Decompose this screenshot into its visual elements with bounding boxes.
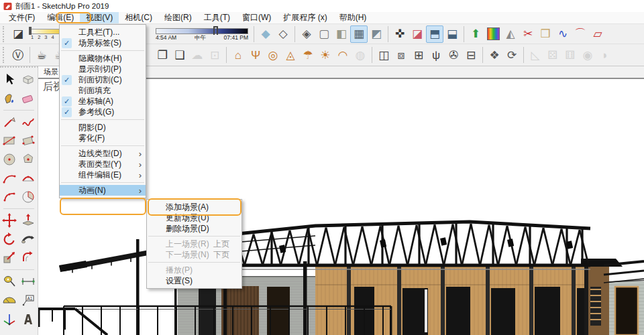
3d-text-tool[interactable] (20, 311, 37, 328)
box-export-icon[interactable]: ⧈ (392, 46, 410, 64)
rotated-rectangle-tool[interactable] (20, 133, 37, 149)
anim-menu-item-add-scene[interactable]: 添加场景(A) (147, 202, 241, 212)
view-menu-item-guides[interactable]: ✓参考线(G) (60, 107, 146, 117)
section-display-icon[interactable]: ◪ (409, 25, 426, 43)
easel-icon[interactable]: ◫ (375, 46, 392, 64)
palette-icon[interactable] (484, 25, 502, 43)
text-tool[interactable]: A1 (20, 292, 37, 309)
follow-me-tool[interactable] (20, 231, 37, 248)
teapot-solid-icon[interactable]: ☕ (33, 46, 50, 64)
anim-menu-item-update-scene[interactable]: 更新场景(U) (147, 212, 241, 223)
rotate-tool[interactable] (1, 231, 18, 248)
light-ring-icon[interactable]: ◎ (264, 46, 282, 64)
tape-measure-tool[interactable] (1, 273, 18, 290)
cut-icon[interactable]: ✂ (519, 25, 537, 43)
view-menu-item-face-style[interactable]: 表面类型(Y)› (60, 159, 146, 170)
light-glass-icon[interactable]: Ψ (247, 46, 264, 64)
component-tool[interactable] (20, 72, 37, 88)
axes-tool[interactable] (1, 311, 18, 328)
arrow-up-icon[interactable]: ⬆ (467, 25, 484, 43)
view-menu-item-hidden-geometry[interactable]: 隐藏物体(H) (60, 53, 146, 64)
menubar-item-draw[interactable]: 绘图(R) (158, 12, 198, 23)
view-menu-item-section-cuts[interactable]: ✓剖面切割(C) (60, 74, 146, 85)
view-menu-item-scene-tabs[interactable]: ✓场景标签(S) (60, 38, 146, 48)
circle-tool[interactable] (1, 151, 18, 168)
toolbar-grip[interactable] (3, 47, 7, 63)
section-fill-icon[interactable]: ⬓ (443, 25, 461, 43)
menubar-item-view[interactable]: 视图(V) (80, 12, 119, 23)
freehand-tool[interactable] (20, 114, 37, 131)
window-title: 剖面1 - SketchUp Pro 2019 (15, 1, 109, 11)
view-menu-item-edge-style[interactable]: 边线类型(D)› (60, 148, 146, 159)
shadow-toggle-icon[interactable]: ◪ (9, 25, 27, 43)
menu-item-label: 坐标轴(A) (72, 96, 142, 107)
anim-menu-separator (148, 236, 240, 237)
palette-separator (3, 208, 34, 209)
window-frame-icon[interactable]: ❐ (154, 46, 171, 64)
pie-tool[interactable] (20, 189, 37, 206)
view-menu-item-shadows[interactable]: 阴影(D) (60, 122, 146, 133)
view-menu-item-animation[interactable]: 动画(N)› (60, 185, 146, 196)
curve-icon[interactable]: ∿ (554, 25, 572, 43)
view-menu-item-fog[interactable]: 雾化(F) (60, 133, 146, 143)
offset-tool[interactable] (20, 250, 37, 267)
scale-tool[interactable] (1, 250, 18, 267)
leaf-icon[interactable]: ✇ (445, 46, 462, 64)
arc-tool[interactable] (1, 170, 18, 187)
protractor-tool[interactable] (1, 292, 18, 309)
section-cuts-icon[interactable]: ⬒ (426, 25, 443, 43)
circle-v-icon[interactable]: Ⓥ (9, 46, 27, 64)
toolbar-grip[interactable] (3, 26, 7, 42)
view-menu-item-section-fill[interactable]: 剖面填充 (60, 85, 146, 96)
view-menu-item-axes[interactable]: ✓坐标轴(A) (60, 96, 146, 107)
light-cone-icon[interactable]: ◬ (282, 46, 299, 64)
select-tool[interactable] (1, 72, 18, 88)
style-textured-icon[interactable]: ▦ (350, 25, 368, 43)
move-tool[interactable] (1, 212, 18, 229)
view-menu-item-toolbars[interactable]: 工具栏(T)... (60, 27, 146, 38)
anim-menu-item-delete-scene[interactable]: 删除场景(D) (147, 223, 241, 234)
arc-red-icon[interactable]: ⌒ (572, 25, 589, 43)
view-menu-item-section-planes[interactable]: 显示剖切(P) (60, 64, 146, 74)
style-hidden-line-icon[interactable]: ▢ (315, 25, 333, 43)
eraser-tool[interactable] (20, 90, 37, 107)
style-back-edges-icon[interactable]: ◇ (274, 25, 292, 43)
grass-icon[interactable]: ψ (427, 46, 445, 64)
menubar-item-edit[interactable]: 编辑(E) (41, 12, 80, 23)
paint-bucket-tool[interactable] (1, 90, 18, 107)
menubar-item-window[interactable]: 窗口(W) (236, 12, 277, 23)
menubar-item-file[interactable]: 文件(F) (3, 12, 41, 23)
style-wireframe-icon[interactable]: ◈ (298, 25, 315, 43)
three-point-arc-tool[interactable] (1, 189, 18, 206)
line-tool[interactable] (1, 114, 18, 131)
dimension-tool[interactable] (20, 273, 37, 290)
style-shaded-icon[interactable]: ◧ (333, 25, 350, 43)
menubar-item-extensions[interactable]: 扩展程序 (x) (277, 12, 333, 23)
box-icon[interactable]: ❒ (537, 25, 554, 43)
window-render-icon[interactable]: ❑ (171, 46, 189, 64)
align-shapes-icon[interactable]: ❖ (486, 46, 503, 64)
two-point-arc-tool[interactable] (20, 170, 37, 187)
anim-menu-item-settings[interactable]: 设置(S) (147, 275, 241, 286)
trapezoid-icon[interactable]: ▱ (589, 25, 606, 43)
section-plane-icon[interactable]: ✜ (391, 25, 409, 43)
menubar-item-help[interactable]: 帮助(H) (333, 12, 373, 23)
polygon-tool[interactable] (20, 151, 37, 168)
toolbar-separator (482, 47, 483, 63)
light-umbrella-icon[interactable]: ☂ (299, 46, 317, 64)
style-xray-icon[interactable]: ◆ (257, 25, 274, 43)
shadow-time-slider[interactable]: 4:54 AM中午07:41 PM (154, 25, 250, 43)
grid-window-icon[interactable]: ⊟ (462, 46, 480, 64)
push-pull-tool[interactable] (20, 212, 37, 229)
light-sun-icon[interactable]: ☀ (317, 46, 334, 64)
menubar-item-tools[interactable]: 工具(T) (198, 12, 236, 23)
rectangle-tool[interactable] (1, 133, 18, 149)
light-house-icon[interactable]: ⌂ (229, 46, 247, 64)
box-import-icon[interactable]: ⊞ (410, 46, 427, 64)
style-monochrome-icon[interactable]: ◩ (368, 25, 385, 43)
menubar-item-camera[interactable]: 相机(C) (119, 12, 158, 23)
view-menu-item-component-edit[interactable]: 组件编辑(E)› (60, 170, 146, 180)
rotate-copy-icon[interactable]: ⟳ (503, 46, 521, 64)
light-dome-icon[interactable]: ◠ (334, 46, 352, 64)
mirror-icon[interactable]: ◭ (502, 25, 519, 43)
